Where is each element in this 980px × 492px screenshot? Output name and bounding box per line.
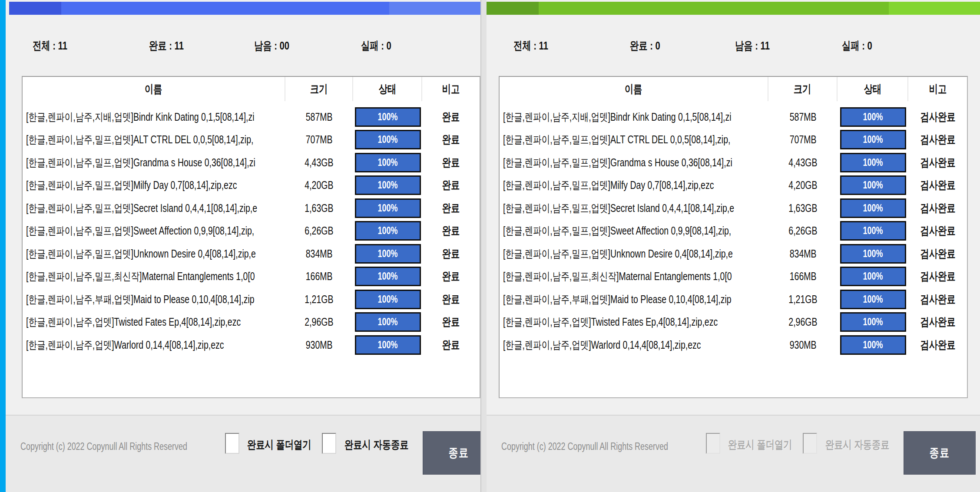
file-name: [한글,렌파이,남주,밀프,업뎃]Sweet Affection 0,9,9[0…: [23, 224, 285, 238]
column-header-remark[interactable]: 비고: [422, 77, 480, 101]
close-button[interactable]: 종료: [904, 431, 976, 475]
progress-bar: 100%: [355, 107, 421, 127]
table-row[interactable]: [한글,렌파이,남주,밀프,업뎃]Grandma s House 0,36[08…: [500, 151, 967, 174]
table-row[interactable]: [한글,렌파이,남주,밀프,업뎃]Milfy Day 0,7[08,14],zi…: [23, 174, 480, 197]
titlebar[interactable]: [487, 2, 980, 15]
file-size: 587MB: [768, 111, 838, 123]
titlebar-segment-dark: [487, 2, 539, 15]
column-header-status[interactable]: 상태: [353, 77, 423, 101]
progress-bar: 100%: [355, 153, 421, 172]
file-size: 1,21GB: [768, 293, 838, 306]
table-row[interactable]: [한글,렌파이,남주,업뎃]Warlord 0,14,4[08,14],zip,…: [500, 334, 967, 357]
file-size: 930MB: [768, 339, 838, 351]
table-row[interactable]: [한글,렌파이,남주,밀프,업뎃]Unknown Desire 0,4[08,1…: [500, 242, 967, 265]
table-row[interactable]: [한글,렌파이,남주,밀프,최신작]Maternal Entanglements…: [23, 265, 480, 288]
progress-bar: 100%: [355, 130, 421, 149]
file-remark: 검사완료: [908, 292, 967, 307]
column-header-remark[interactable]: 비고: [908, 77, 967, 101]
file-name: [한글,렌파이,남주,밀프,업뎃]ALT CTRL DEL 0,0,5[08,1…: [23, 132, 285, 147]
file-status: 100%: [838, 290, 909, 309]
column-header-name[interactable]: 이름: [500, 77, 768, 101]
table-row[interactable]: [한글,렌파이,남주,밀프,업뎃]Milfy Day 0,7[08,14],zi…: [500, 174, 967, 197]
file-size: 4,20GB: [285, 179, 353, 192]
auto-close-checkbox[interactable]: [803, 433, 817, 454]
table-row[interactable]: [한글,렌파이,남주,부패,업뎃]Maid to Please 0,10,4[0…: [23, 288, 480, 311]
table-header: 이름 크기 상태 비고: [23, 77, 480, 101]
stat-remaining: 남음 : 11: [735, 38, 780, 53]
file-size: 834MB: [768, 248, 838, 260]
stat-completed: 완료 : 0: [630, 38, 669, 53]
file-size: 166MB: [768, 270, 838, 283]
close-button[interactable]: 종료: [423, 431, 481, 475]
table-row[interactable]: [한글,렌파이,남주,업뎃]Warlord 0,14,4[08,14],zip,…: [23, 334, 480, 357]
file-remark: 완료: [422, 246, 480, 261]
file-status: 100%: [838, 107, 909, 127]
auto-close-checkbox[interactable]: [322, 433, 336, 454]
file-size: 834MB: [285, 248, 353, 260]
column-header-status[interactable]: 상태: [838, 77, 909, 101]
stat-failed: 실패 : 0: [842, 38, 881, 53]
open-folder-label: 완료시 폴더열기: [247, 437, 329, 452]
table-row[interactable]: [한글,렌파이,남주,업뎃]Twisted Fates Ep,4[08,14],…: [23, 311, 480, 334]
titlebar-segment-main: [61, 2, 389, 15]
file-size: 2,96GB: [768, 316, 838, 328]
file-status: 100%: [353, 335, 423, 355]
progress-bar: 100%: [840, 130, 906, 149]
table-row[interactable]: [한글,렌파이,남주,밀프,업뎃]Grandma s House 0,36[08…: [23, 151, 480, 174]
file-name: [한글,렌파이,남주,부패,업뎃]Maid to Please 0,10,4[0…: [23, 292, 285, 307]
table-row[interactable]: [한글,렌파이,남주,밀프,최신작]Maternal Entanglements…: [500, 265, 967, 288]
progress-bar: 100%: [355, 244, 421, 264]
progress-bar: 100%: [355, 312, 421, 332]
file-size: 707MB: [285, 133, 353, 146]
file-name: [한글,렌파이,남주,밀프,업뎃]Milfy Day 0,7[08,14],zi…: [500, 178, 768, 192]
open-folder-checkbox[interactable]: [225, 433, 239, 454]
file-remark: 검사완료: [908, 314, 967, 330]
file-name: [한글,렌파이,남주,지배,업뎃]Bindr Kink Dating 0,1,5…: [23, 110, 285, 124]
file-name: [한글,렌파이,남주,밀프,업뎃]Milfy Day 0,7[08,14],zi…: [23, 178, 285, 192]
file-size: 1,63GB: [285, 202, 353, 215]
column-header-size[interactable]: 크기: [768, 77, 838, 101]
table-row[interactable]: [한글,렌파이,남주,지배,업뎃]Bindr Kink Dating 0,1,5…: [23, 106, 480, 129]
table-row[interactable]: [한글,렌파이,남주,밀프,업뎃]Unknown Desire 0,4[08,1…: [23, 242, 480, 265]
table-row[interactable]: [한글,렌파이,남주,밀프,업뎃]ALT CTRL DEL 0,0,5[08,1…: [500, 129, 967, 152]
stat-total: 전체 : 11: [33, 38, 77, 53]
table-row[interactable]: [한글,렌파이,남주,업뎃]Twisted Fates Ep,4[08,14],…: [500, 311, 967, 334]
file-status: 100%: [838, 267, 909, 286]
file-name: [한글,렌파이,남주,밀프,업뎃]Grandma s House 0,36[08…: [23, 155, 285, 170]
open-folder-checkbox[interactable]: [706, 433, 720, 454]
table-header: 이름 크기 상태 비고: [500, 77, 967, 101]
file-size: 6,26GB: [768, 225, 838, 237]
table-row[interactable]: [한글,렌파이,남주,지배,업뎃]Bindr Kink Dating 0,1,5…: [500, 106, 967, 129]
file-size: 1,63GB: [768, 202, 838, 215]
table-row[interactable]: [한글,렌파이,남주,밀프,업뎃]Secret Island 0,4,4,1[0…: [23, 197, 480, 220]
table-row[interactable]: [한글,렌파이,남주,밀프,업뎃]Sweet Affection 0,9,9[0…: [500, 220, 967, 243]
file-name: [한글,렌파이,남주,밀프,업뎃]ALT CTRL DEL 0,0,5[08,1…: [500, 132, 768, 147]
table-row[interactable]: [한글,렌파이,남주,부패,업뎃]Maid to Please 0,10,4[0…: [500, 288, 967, 311]
table-row[interactable]: [한글,렌파이,남주,밀프,업뎃]Secret Island 0,4,4,1[0…: [500, 197, 967, 220]
file-remark: 완료: [422, 201, 480, 216]
file-remark: 검사완료: [908, 155, 967, 170]
table-row[interactable]: [한글,렌파이,남주,밀프,업뎃]Sweet Affection 0,9,9[0…: [23, 220, 480, 243]
file-remark: 완료: [422, 292, 480, 307]
file-size: 930MB: [285, 339, 353, 351]
table-row[interactable]: [한글,렌파이,남주,밀프,업뎃]ALT CTRL DEL 0,0,5[08,1…: [23, 129, 480, 152]
stats-bar: 전체 : 11 완료 : 11 남음 : 00 실패 : 0: [6, 38, 480, 56]
file-name: [한글,렌파이,남주,부패,업뎃]Maid to Please 0,10,4[0…: [500, 292, 768, 307]
file-remark: 완료: [422, 155, 480, 170]
file-remark: 완료: [422, 223, 480, 238]
file-remark: 완료: [422, 337, 480, 353]
file-remark: 검사완료: [908, 246, 967, 261]
file-size: 2,96GB: [285, 316, 353, 328]
file-size: 166MB: [285, 270, 353, 283]
download-window-right: 전체 : 11 완료 : 0 남음 : 11 실패 : 0 이름 크기 상태 비…: [487, 0, 980, 492]
file-remark: 검사완료: [908, 223, 967, 238]
stat-total: 전체 : 11: [513, 38, 558, 53]
file-remark: 완료: [422, 178, 480, 193]
column-header-name[interactable]: 이름: [23, 77, 285, 101]
titlebar[interactable]: [9, 2, 480, 15]
file-table: 이름 크기 상태 비고 [한글,렌파이,남주,지배,업뎃]Bindr Kink …: [22, 76, 480, 398]
screen-edge-strip: [0, 0, 6, 492]
file-name: [한글,렌파이,남주,밀프,최신작]Maternal Entanglements…: [23, 269, 285, 284]
file-table: 이름 크기 상태 비고 [한글,렌파이,남주,지배,업뎃]Bindr Kink …: [499, 76, 968, 398]
column-header-size[interactable]: 크기: [285, 77, 353, 101]
